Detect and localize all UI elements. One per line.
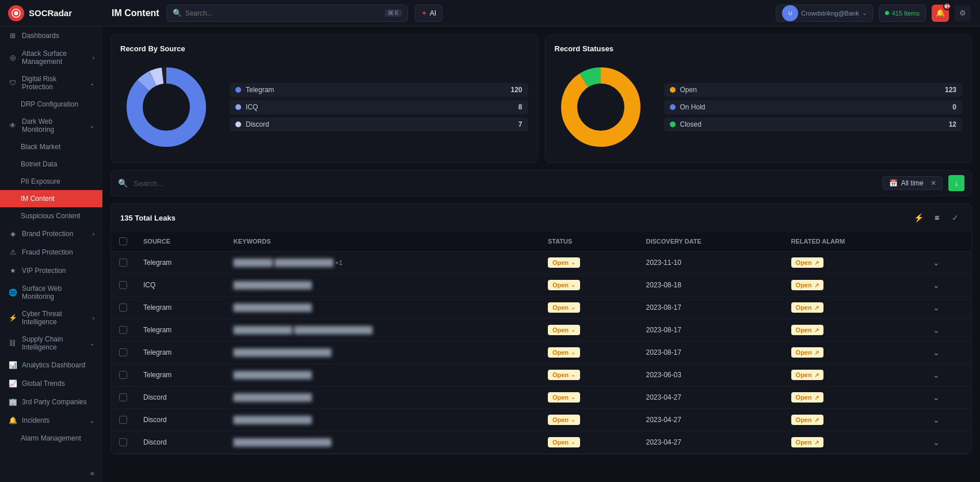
download-button[interactable]: ↓ bbox=[948, 175, 964, 191]
sidebar-item-drp-config[interactable]: DRP Configuration bbox=[0, 96, 102, 113]
external-link-icon: ↗ bbox=[814, 439, 819, 446]
sidebar-item-vip-protection[interactable]: ★ VIP Protection bbox=[0, 261, 102, 280]
sidebar-item-dashboards[interactable]: ⊞ Dashboards bbox=[0, 26, 102, 45]
row-status: Open ⌄ bbox=[540, 297, 638, 319]
svg-point-11 bbox=[578, 84, 624, 130]
external-link-icon: ↗ bbox=[814, 372, 819, 378]
status-badge[interactable]: Open ⌄ bbox=[548, 370, 580, 380]
row-status: Open ⌄ bbox=[540, 364, 638, 386]
chevron-right-icon: › bbox=[93, 231, 94, 237]
alarm-badge[interactable]: Open ↗ bbox=[791, 257, 823, 268]
sidebar-item-3rd-party[interactable]: 🏢 3rd Party Companies bbox=[0, 393, 102, 411]
status-badge[interactable]: Open ⌄ bbox=[548, 415, 580, 425]
eye-icon: 👁 bbox=[8, 121, 17, 130]
clear-icon[interactable]: ✕ bbox=[931, 179, 936, 187]
sidebar-item-black-market[interactable]: Black Market bbox=[0, 138, 102, 155]
alarm-badge[interactable]: Open ↗ bbox=[791, 280, 823, 290]
alarm-badge[interactable]: Open ↗ bbox=[791, 370, 823, 380]
select-all-checkbox[interactable] bbox=[119, 237, 127, 245]
alarm-badge[interactable]: Open ↗ bbox=[791, 347, 823, 358]
row-expand-icon[interactable]: ⌄ bbox=[933, 325, 940, 335]
status-badge[interactable]: Open ⌄ bbox=[548, 257, 580, 268]
sidebar-item-dark-web[interactable]: 👁 Dark Web Monitoring ⌄ bbox=[0, 113, 102, 138]
row-source: Discord bbox=[135, 431, 226, 454]
row-expand-icon[interactable]: ⌄ bbox=[933, 258, 940, 267]
sidebar-item-brand-protection[interactable]: ◈ Brand Protection › bbox=[0, 225, 102, 243]
ai-button[interactable]: ✦ AI bbox=[415, 5, 443, 22]
download-icon: ↓ bbox=[955, 179, 959, 188]
settings-button[interactable]: ⚙ bbox=[955, 5, 971, 21]
collapse-icon: « bbox=[90, 469, 94, 477]
row-checkbox[interactable] bbox=[119, 348, 127, 356]
sidebar-item-im-content[interactable]: IM Content bbox=[0, 190, 102, 207]
row-checkbox[interactable] bbox=[119, 416, 127, 424]
row-expand-cell: ⌄ bbox=[925, 297, 971, 319]
row-checkbox[interactable] bbox=[119, 303, 127, 312]
row-expand-icon[interactable]: ⌄ bbox=[933, 303, 940, 312]
sidebar-item-botnet-data[interactable]: Botnet Data bbox=[0, 155, 102, 173]
onhold-dot bbox=[670, 104, 676, 110]
table-row: Telegram ████████████████ Open ⌄ 2023-08… bbox=[111, 297, 971, 319]
row-checkbox[interactable] bbox=[119, 281, 127, 289]
row-checkbox[interactable] bbox=[119, 259, 127, 267]
row-checkbox-cell bbox=[111, 319, 135, 341]
sidebar-item-supply-chain[interactable]: ⛓ Supply Chain Intelligence ⌄ bbox=[0, 331, 102, 356]
sidebar-item-attack-surface[interactable]: ◎ Attack Surface Management › bbox=[0, 45, 102, 70]
sidebar-collapse-btn[interactable]: « bbox=[0, 464, 102, 482]
status-indicator: 415 Items bbox=[879, 5, 926, 22]
row-checkbox[interactable] bbox=[119, 393, 127, 401]
brand-icon: ◈ bbox=[8, 229, 17, 238]
time-filter-button[interactable]: 📅 All time ✕ bbox=[883, 176, 943, 190]
grid-view-icon[interactable]: ✓ bbox=[948, 211, 962, 225]
status-chevron-icon: ⌄ bbox=[571, 260, 575, 265]
row-expand-icon[interactable]: ⌄ bbox=[933, 348, 940, 357]
sidebar-item-fraud-protection[interactable]: ⚠ Fraud Protection bbox=[0, 243, 102, 261]
status-badge[interactable]: Open ⌄ bbox=[548, 302, 580, 313]
status-chevron-icon: ⌄ bbox=[571, 305, 575, 310]
status-chevron-icon: ⌄ bbox=[571, 282, 575, 288]
row-source: Telegram bbox=[135, 297, 226, 319]
filter-icon[interactable]: ⚡ bbox=[912, 211, 925, 225]
row-expand-icon[interactable]: ⌄ bbox=[933, 415, 940, 424]
alarm-badge[interactable]: Open ↗ bbox=[791, 325, 823, 335]
row-discovery-date: 2023-08-18 bbox=[638, 274, 783, 297]
sidebar-item-digital-risk[interactable]: 🛡 Digital Risk Protection ⌄ bbox=[0, 70, 102, 96]
row-checkbox[interactable] bbox=[119, 438, 127, 446]
row-expand-icon[interactable]: ⌄ bbox=[933, 370, 940, 379]
table-search-input[interactable] bbox=[134, 179, 877, 188]
alarm-badge[interactable]: Open ↗ bbox=[791, 415, 823, 425]
row-checkbox[interactable] bbox=[119, 326, 127, 334]
calendar-icon: 📅 bbox=[889, 179, 898, 187]
row-status: Open ⌄ bbox=[540, 431, 638, 454]
sidebar-item-alarm-mgmt[interactable]: Alarm Management bbox=[0, 430, 102, 447]
row-discovery-date: 2023-08-17 bbox=[638, 341, 783, 364]
sidebar-item-pii-exposure[interactable]: PII Exposure bbox=[0, 173, 102, 190]
sidebar-item-suspicious[interactable]: Suspicious Content bbox=[0, 207, 102, 225]
row-checkbox[interactable] bbox=[119, 371, 127, 379]
sidebar-item-label: Brand Protection bbox=[22, 230, 73, 238]
table-row: Telegram ████████████████████ Open ⌄ 202… bbox=[111, 341, 971, 364]
sidebar-item-incidents[interactable]: 🔔 Incidents ⌄ bbox=[0, 411, 102, 430]
sidebar-item-analytics[interactable]: 📊 Analytics Dashboard bbox=[0, 356, 102, 374]
sidebar-item-cyber-threat[interactable]: ⚡ Cyber Threat Intelligence › bbox=[0, 305, 102, 331]
status-badge[interactable]: Open ⌄ bbox=[548, 437, 580, 447]
row-expand-icon[interactable]: ⌄ bbox=[933, 393, 940, 402]
notification-button[interactable]: 🔔 9+ bbox=[932, 5, 949, 22]
row-expand-icon[interactable]: ⌄ bbox=[933, 280, 940, 290]
user-badge[interactable]: U Crowdstrikng@Bank ⌄ bbox=[776, 5, 872, 22]
status-badge[interactable]: Open ⌄ bbox=[548, 325, 580, 335]
incident-icon: 🔔 bbox=[8, 416, 17, 425]
alarm-badge[interactable]: Open ↗ bbox=[791, 302, 823, 313]
alarm-badge[interactable]: Open ↗ bbox=[791, 437, 823, 447]
list-view-icon[interactable]: ≡ bbox=[930, 211, 944, 225]
alarm-badge[interactable]: Open ↗ bbox=[791, 392, 823, 403]
row-expand-icon[interactable]: ⌄ bbox=[933, 438, 940, 447]
sidebar-item-global-trends[interactable]: 📈 Global Trends bbox=[0, 374, 102, 393]
sidebar-item-label: Digital Risk Protection bbox=[22, 75, 85, 91]
search-input[interactable] bbox=[185, 9, 382, 17]
svg-point-1 bbox=[14, 11, 18, 15]
status-badge[interactable]: Open ⌄ bbox=[548, 392, 580, 403]
sidebar-item-surface-web[interactable]: 🌐 Surface Web Monitoring bbox=[0, 280, 102, 305]
status-badge[interactable]: Open ⌄ bbox=[548, 280, 580, 290]
status-badge[interactable]: Open ⌄ bbox=[548, 347, 580, 358]
